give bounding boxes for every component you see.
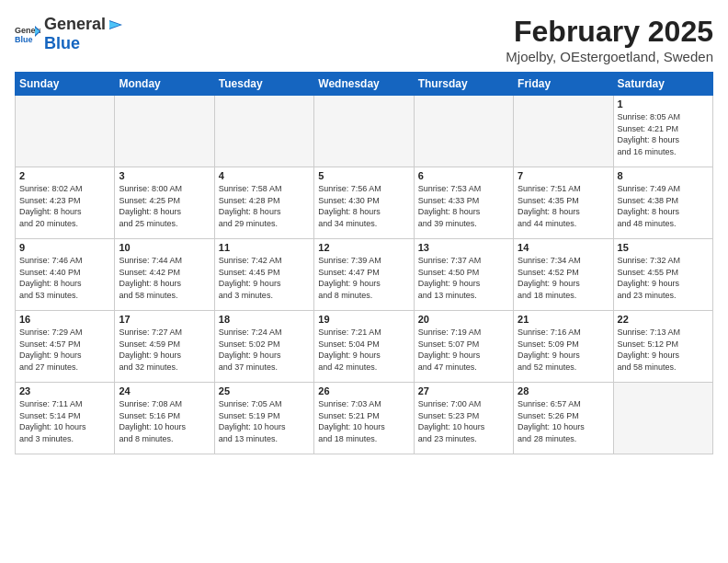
day-number: 21	[518, 314, 609, 325]
day-info: Sunrise: 7:39 AM Sunset: 4:47 PM Dayligh…	[318, 255, 409, 301]
day-info: Sunrise: 7:34 AM Sunset: 4:52 PM Dayligh…	[518, 255, 609, 301]
day-number: 12	[318, 242, 409, 253]
weekday-header-monday: Monday	[115, 73, 214, 96]
day-number: 14	[518, 242, 609, 253]
day-info: Sunrise: 7:11 AM Sunset: 5:14 PM Dayligh…	[19, 398, 110, 444]
day-info: Sunrise: 7:42 AM Sunset: 4:45 PM Dayligh…	[219, 255, 310, 301]
day-info: Sunrise: 7:24 AM Sunset: 5:02 PM Dayligh…	[219, 327, 310, 373]
day-info: Sunrise: 7:58 AM Sunset: 4:28 PM Dayligh…	[219, 183, 310, 229]
calendar-cell: 7Sunrise: 7:51 AM Sunset: 4:35 PM Daylig…	[514, 167, 613, 239]
day-number: 4	[219, 170, 310, 181]
location-subtitle: Mjoelby, OEstergoetland, Sweden	[506, 49, 713, 64]
day-number: 18	[219, 314, 310, 325]
calendar-cell: 25Sunrise: 7:05 AM Sunset: 5:19 PM Dayli…	[214, 383, 313, 454]
logo: General Blue General Blue	[15, 15, 124, 53]
calendar-cell	[214, 96, 313, 167]
calendar-cell: 12Sunrise: 7:39 AM Sunset: 4:47 PM Dayli…	[314, 239, 414, 311]
calendar-cell: 8Sunrise: 7:49 AM Sunset: 4:38 PM Daylig…	[613, 167, 712, 239]
day-info: Sunrise: 8:05 AM Sunset: 4:21 PM Dayligh…	[618, 111, 709, 157]
day-info: Sunrise: 7:53 AM Sunset: 4:33 PM Dayligh…	[418, 183, 509, 229]
day-number: 28	[518, 385, 609, 396]
calendar-week-row: 23Sunrise: 7:11 AM Sunset: 5:14 PM Dayli…	[16, 383, 713, 454]
calendar-cell: 10Sunrise: 7:44 AM Sunset: 4:42 PM Dayli…	[115, 239, 214, 311]
logo-blue-text: Blue	[44, 34, 124, 53]
day-number: 24	[119, 385, 210, 396]
calendar-cell: 13Sunrise: 7:37 AM Sunset: 4:50 PM Dayli…	[414, 239, 513, 311]
calendar-week-row: 9Sunrise: 7:46 AM Sunset: 4:40 PM Daylig…	[16, 239, 713, 311]
calendar-cell: 20Sunrise: 7:19 AM Sunset: 5:07 PM Dayli…	[414, 311, 513, 383]
day-number: 19	[318, 314, 409, 325]
calendar-cell: 22Sunrise: 7:13 AM Sunset: 5:12 PM Dayli…	[613, 311, 712, 383]
calendar-cell: 3Sunrise: 8:00 AM Sunset: 4:25 PM Daylig…	[115, 167, 214, 239]
day-info: Sunrise: 8:00 AM Sunset: 4:25 PM Dayligh…	[119, 183, 210, 229]
day-number: 2	[19, 170, 110, 181]
calendar-cell	[613, 383, 712, 454]
calendar-cell: 28Sunrise: 6:57 AM Sunset: 5:26 PM Dayli…	[514, 383, 613, 454]
calendar-cell: 15Sunrise: 7:32 AM Sunset: 4:55 PM Dayli…	[613, 239, 712, 311]
calendar-week-row: 1Sunrise: 8:05 AM Sunset: 4:21 PM Daylig…	[16, 96, 713, 167]
day-info: Sunrise: 7:13 AM Sunset: 5:12 PM Dayligh…	[618, 327, 709, 373]
title-area: February 2025 Mjoelby, OEstergoetland, S…	[506, 15, 713, 64]
day-number: 23	[19, 385, 110, 396]
weekday-header-sunday: Sunday	[16, 73, 115, 96]
day-info: Sunrise: 7:51 AM Sunset: 4:35 PM Dayligh…	[518, 183, 609, 229]
day-info: Sunrise: 7:00 AM Sunset: 5:23 PM Dayligh…	[418, 398, 509, 444]
day-number: 1	[618, 98, 709, 109]
calendar-cell: 26Sunrise: 7:03 AM Sunset: 5:21 PM Dayli…	[314, 383, 414, 454]
weekday-header-wednesday: Wednesday	[314, 73, 414, 96]
calendar-cell: 14Sunrise: 7:34 AM Sunset: 4:52 PM Dayli…	[514, 239, 613, 311]
calendar-cell	[16, 96, 115, 167]
day-number: 16	[19, 314, 110, 325]
weekday-header-friday: Friday	[514, 73, 613, 96]
day-info: Sunrise: 7:29 AM Sunset: 4:57 PM Dayligh…	[19, 327, 110, 373]
logo-arrow-icon	[108, 18, 124, 31]
day-number: 11	[219, 242, 310, 253]
calendar-cell: 21Sunrise: 7:16 AM Sunset: 5:09 PM Dayli…	[514, 311, 613, 383]
calendar-week-row: 2Sunrise: 8:02 AM Sunset: 4:23 PM Daylig…	[16, 167, 713, 239]
weekday-header-row: SundayMondayTuesdayWednesdayThursdayFrid…	[16, 73, 713, 96]
weekday-header-tuesday: Tuesday	[214, 73, 313, 96]
weekday-header-thursday: Thursday	[414, 73, 513, 96]
day-number: 27	[418, 385, 509, 396]
calendar-cell: 27Sunrise: 7:00 AM Sunset: 5:23 PM Dayli…	[414, 383, 513, 454]
calendar-cell: 1Sunrise: 8:05 AM Sunset: 4:21 PM Daylig…	[613, 96, 712, 167]
calendar-cell: 18Sunrise: 7:24 AM Sunset: 5:02 PM Dayli…	[214, 311, 313, 383]
day-number: 17	[119, 314, 210, 325]
calendar-cell: 4Sunrise: 7:58 AM Sunset: 4:28 PM Daylig…	[214, 167, 313, 239]
day-info: Sunrise: 7:08 AM Sunset: 5:16 PM Dayligh…	[119, 398, 210, 444]
calendar-week-row: 16Sunrise: 7:29 AM Sunset: 4:57 PM Dayli…	[16, 311, 713, 383]
month-title: February 2025	[506, 15, 713, 49]
day-number: 6	[418, 170, 509, 181]
day-info: Sunrise: 7:21 AM Sunset: 5:04 PM Dayligh…	[318, 327, 409, 373]
calendar-cell	[414, 96, 513, 167]
calendar-cell: 19Sunrise: 7:21 AM Sunset: 5:04 PM Dayli…	[314, 311, 414, 383]
day-info: Sunrise: 7:49 AM Sunset: 4:38 PM Dayligh…	[618, 183, 709, 229]
calendar-cell: 17Sunrise: 7:27 AM Sunset: 4:59 PM Dayli…	[115, 311, 214, 383]
calendar-cell: 6Sunrise: 7:53 AM Sunset: 4:33 PM Daylig…	[414, 167, 513, 239]
logo-general-text: General	[44, 15, 106, 34]
day-number: 26	[318, 385, 409, 396]
day-info: Sunrise: 7:46 AM Sunset: 4:40 PM Dayligh…	[19, 255, 110, 301]
calendar-cell: 23Sunrise: 7:11 AM Sunset: 5:14 PM Dayli…	[16, 383, 115, 454]
day-info: Sunrise: 7:19 AM Sunset: 5:07 PM Dayligh…	[418, 327, 509, 373]
day-number: 9	[19, 242, 110, 253]
day-number: 20	[418, 314, 509, 325]
calendar-cell: 9Sunrise: 7:46 AM Sunset: 4:40 PM Daylig…	[16, 239, 115, 311]
logo-icon: General Blue	[15, 24, 40, 44]
calendar-cell: 5Sunrise: 7:56 AM Sunset: 4:30 PM Daylig…	[314, 167, 414, 239]
day-number: 5	[318, 170, 409, 181]
calendar-cell	[115, 96, 214, 167]
day-number: 10	[119, 242, 210, 253]
day-info: Sunrise: 7:05 AM Sunset: 5:19 PM Dayligh…	[219, 398, 310, 444]
header: General Blue General Blue February 2025 …	[15, 15, 713, 64]
calendar-cell: 16Sunrise: 7:29 AM Sunset: 4:57 PM Dayli…	[16, 311, 115, 383]
day-info: Sunrise: 8:02 AM Sunset: 4:23 PM Dayligh…	[19, 183, 110, 229]
day-number: 13	[418, 242, 509, 253]
svg-text:Blue: Blue	[15, 35, 33, 44]
day-number: 3	[119, 170, 210, 181]
day-number: 22	[618, 314, 709, 325]
day-info: Sunrise: 7:37 AM Sunset: 4:50 PM Dayligh…	[418, 255, 509, 301]
day-number: 7	[518, 170, 609, 181]
day-info: Sunrise: 7:27 AM Sunset: 4:59 PM Dayligh…	[119, 327, 210, 373]
day-number: 8	[618, 170, 709, 181]
